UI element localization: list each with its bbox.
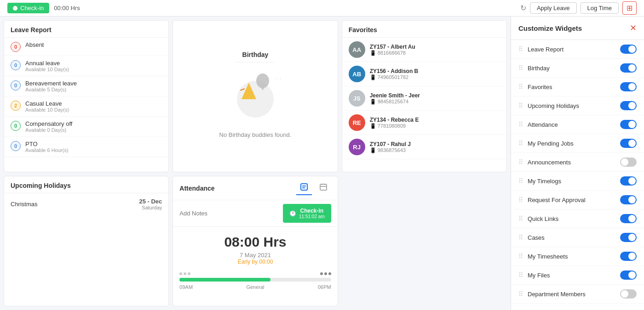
leave-item[interactable]: 0 Absent [4,38,168,56]
leave-report-title: Leave Report [4,21,168,38]
leave-name: Compensatory off [25,120,162,127]
widget-toggle[interactable] [620,252,637,261]
widget-label: Attendance [528,121,615,128]
main-layout: Leave Report 0 Absent 0 Annual leave Ava… [0,17,644,310]
leave-list: 0 Absent 0 Annual leave Available 10 Day… [4,38,168,172]
favorites-card: Favorites AA ZY157 - Albert Au 📱 8816686… [342,20,507,172]
drag-icon: ⠿ [518,234,523,241]
upcoming-holidays-card: Upcoming Holidays Christmas 25 - Dec Sat… [4,176,169,306]
leave-badge: 2 [11,101,21,111]
widgets-grid-button[interactable]: ⊞ [622,1,637,15]
drag-icon: ⠿ [518,196,523,203]
favorite-item[interactable]: RE ZY134 - Rebecca E 📱 7781080809 [342,111,506,135]
log-time-button[interactable]: Log Time [581,2,619,14]
widget-toggle[interactable] [620,158,637,167]
leave-badge: 0 [11,141,21,151]
leave-item[interactable]: 0 Compensatory off Available 0 Day(s) [4,117,168,137]
widget-item: ⠿ My Files [511,266,644,285]
time-display: 00:00 Hrs [54,5,80,11]
content-area: Leave Report 0 Absent 0 Annual leave Ava… [0,17,511,310]
leave-item[interactable]: 2 Casual Leave Available 10 Day(s) [4,96,168,117]
widget-label: Request For Approval [528,197,615,203]
timeline-bar [179,278,331,282]
widget-toggle[interactable] [620,289,637,299]
widget-toggle[interactable] [620,82,637,91]
attendance-card: Attendance 🕐 Check-in 11:51:02 am [172,176,338,306]
leave-info: Casual Leave Available 10 Day(s) [25,100,162,113]
checkin-btn-text: Check-in 11:51:02 am [299,208,325,219]
widget-toggle[interactable] [620,214,637,223]
fav-name: ZY157 - Albert Au [370,44,500,50]
checkin-button[interactable]: Check-in [7,3,49,13]
attendance-tab-calendar[interactable] [316,181,331,195]
fav-info: Jeenie Smith - Jeer 📱 98458125674 [370,92,500,105]
leave-item[interactable]: 0 PTO Available 6 Hour(s) [4,137,168,157]
widget-label: My Timesheets [528,253,615,260]
avatar: JS [349,90,365,107]
apply-leave-button[interactable]: Apply Leave [530,2,577,14]
drag-icon: ⠿ [518,140,523,147]
widget-toggle[interactable] [620,195,637,204]
birthday-empty: · · · No Birthday buddies found. [210,62,301,147]
notes-input[interactable] [179,210,279,217]
widget-toggle[interactable] [620,233,637,242]
widget-item: ⠿ Leave Report [511,40,644,59]
holiday-date: 25 - Dec Saturday [139,198,162,210]
widget-toggle[interactable] [620,176,637,186]
widget-toggle[interactable] [620,63,637,73]
fav-phone: 📱 98458125674 [370,99,500,105]
widget-item: ⠿ Upcoming Holidays [511,96,644,115]
drag-icon: ⠿ [518,290,523,298]
drag-icon: ⠿ [518,215,523,222]
widget-label: Birthday [528,65,615,72]
leave-name: Casual Leave [25,100,162,107]
attendance-title: Attendance [179,185,214,192]
leave-avail: Available 5 Day(s) [25,87,162,92]
birthday-hat [242,83,256,99]
drag-icon: ⠿ [518,64,523,72]
widget-list: ⠿ Leave Report ⠿ Birthday ⠿ Favorites ⠿ … [511,40,644,304]
avatar: AA [349,41,365,58]
holiday-weekday: Saturday [139,205,162,210]
widget-toggle[interactable] [620,139,637,148]
leave-item[interactable]: 0 Annual leave Available 10 Day(s) [4,56,168,76]
widget-toggle[interactable] [620,271,637,280]
leave-name: Annual leave [25,60,162,67]
drag-icon: ⠿ [518,45,523,53]
leave-item[interactable]: 0 Bereavement leave Available 5 Day(s) [4,76,168,96]
sidebar-header: Customize Widgets ✕ [511,17,644,40]
leave-badge: 0 [11,42,21,52]
birthday-balloon [256,73,269,88]
refresh-button[interactable]: ↻ [520,4,526,12]
favorite-item[interactable]: JS Jeenie Smith - Jeer 📱 98458125674 [342,86,506,111]
attendance-hours: 08:00 Hrs [173,227,337,252]
leave-badge: 0 [11,80,21,90]
attendance-tabs [296,181,331,195]
birthday-card: Birthday · · · No Birthday buddies found… [172,20,338,172]
widget-item: ⠿ My Pending Jobs [511,134,644,153]
birthday-dots: · · · [275,76,281,81]
holiday-list: Christmas 25 - Dec Saturday [4,193,168,215]
sidebar-close-button[interactable]: ✕ [630,23,637,33]
drag-icon: ⠿ [518,83,523,90]
avatar: RJ [349,139,365,155]
attendance-tab-list[interactable] [296,181,312,195]
leave-name: PTO [25,141,162,147]
leave-badge: 0 [11,121,21,131]
dot3 [188,272,190,275]
favorite-item[interactable]: AB ZY156 - Addison B 📱 74960501782 [342,62,506,86]
checkin-green-button[interactable]: 🕐 Check-in 11:51:02 am [283,204,331,223]
widget-toggle[interactable] [620,120,637,129]
leave-info: Compensatory off Available 0 Day(s) [25,120,162,133]
favorite-item[interactable]: RJ ZY107 - Rahul J 📱 9836875643 [342,135,506,159]
fav-info: ZY157 - Albert Au 📱 8816686678 [370,44,500,56]
dot1 [179,272,182,275]
widget-toggle[interactable] [620,101,637,110]
favorite-item[interactable]: AA ZY157 - Albert Au 📱 8816686678 [342,38,506,62]
attendance-date: 7 May 2021 [173,252,337,259]
widget-toggle[interactable] [620,45,637,54]
widget-item: ⠿ Attendance [511,115,644,134]
upcoming-holidays-title: Upcoming Holidays [4,176,168,193]
leave-avail: Available 6 Hour(s) [25,147,162,153]
svg-rect-0 [301,184,307,190]
